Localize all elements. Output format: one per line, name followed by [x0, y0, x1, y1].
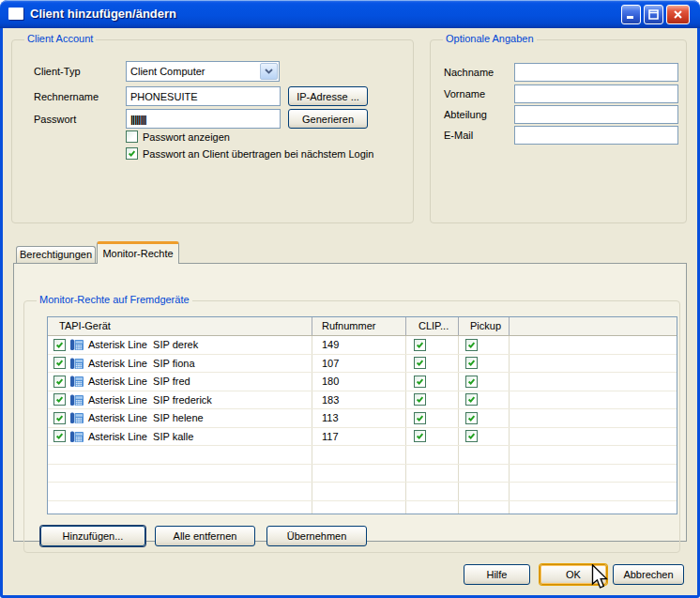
email-label: E-Mail [444, 130, 473, 141]
pickup-checkbox[interactable] [465, 376, 478, 388]
nachname-input[interactable] [514, 63, 678, 82]
passwort-label: Passwort [34, 114, 76, 125]
table-row[interactable]: Asterisk Line SIP kalle 117 [48, 428, 677, 447]
close-icon [673, 9, 683, 20]
ok-button-label: OK [566, 569, 581, 580]
device-name: Asterisk Line SIP fiona [88, 358, 195, 369]
abteilung-input[interactable] [514, 105, 678, 124]
pickup-checkbox[interactable] [465, 339, 478, 351]
clip-checkbox[interactable] [414, 393, 426, 406]
client-typ-select[interactable]: Client Computer [126, 61, 280, 82]
table-row[interactable]: Asterisk Line SIP fiona 107 [48, 355, 677, 374]
row-monitor-checkbox[interactable] [53, 412, 66, 424]
pickup-checkbox[interactable] [465, 430, 478, 442]
ip-adresse-button-label: IP-Adresse ... [297, 91, 359, 102]
monitor-table[interactable]: TAPI-Gerät Rufnummer CLIP... Pickup [47, 316, 677, 514]
phone-device-icon [69, 356, 84, 371]
tab-berechtigungen[interactable]: Berechtigungen [16, 246, 96, 263]
uebernehmen-button[interactable]: Übernehmen [266, 526, 367, 546]
maximize-button[interactable] [644, 5, 663, 24]
nachname-label: Nachname [444, 67, 494, 78]
row-monitor-checkbox[interactable] [53, 339, 66, 351]
table-empty-row [48, 446, 677, 465]
monitor-rechte-group: Monitor-Rechte auf Fremdgeräte TAPI-Gerä… [23, 300, 680, 553]
row-monitor-checkbox[interactable] [53, 357, 66, 369]
abbrechen-button[interactable]: Abbrechen [613, 564, 684, 585]
pickup-checkbox[interactable] [465, 412, 478, 424]
passwort-uebertragen-checkbox[interactable] [126, 147, 138, 160]
rufnummer-cell: 113 [312, 409, 406, 427]
client-typ-label: Client-Typ [34, 66, 81, 77]
clip-checkbox[interactable] [414, 412, 426, 424]
device-name: Asterisk Line SIP kalle [88, 431, 193, 442]
tab-berechtigungen-label: Berechtigungen [20, 249, 92, 260]
rufnummer-cell: 180 [312, 373, 406, 391]
tab-control: Berechtigungen Monitor-Rechte Monitor-Re… [13, 241, 687, 542]
passwort-anzeigen-row: Passwort anzeigen [126, 130, 230, 143]
ok-button[interactable]: OK [540, 564, 607, 585]
alle-entfernen-button-label: Alle entfernen [174, 530, 237, 542]
table-row[interactable]: Asterisk Line SIP fred 180 [48, 373, 677, 391]
table-empty-row [48, 483, 677, 501]
window-title: Client hinzufügen/ändern [30, 0, 176, 27]
hinzufuegen-button-label: Hinzufügen... [63, 530, 124, 542]
column-header-rufnummer[interactable]: Rufnummer [312, 317, 406, 335]
pickup-checkbox[interactable] [465, 357, 478, 369]
clip-checkbox[interactable] [414, 376, 426, 388]
hilfe-button-label: Hilfe [486, 569, 507, 580]
rufnummer-cell: 107 [312, 355, 406, 373]
phone-device-icon [69, 337, 84, 352]
column-header-filler [510, 317, 677, 335]
client-account-legend: Client Account [24, 33, 96, 44]
email-input[interactable] [514, 126, 678, 145]
phone-device-icon [69, 392, 84, 407]
minimize-button[interactable] [621, 5, 641, 24]
table-empty-row [48, 465, 677, 483]
row-monitor-checkbox[interactable] [53, 376, 66, 388]
passwort-anzeigen-checkbox[interactable] [126, 130, 138, 143]
optionale-angaben-group: Optionale Angaben Nachname Vorname Abtei… [430, 39, 687, 223]
abteilung-label: Abteilung [444, 109, 487, 120]
hinzufuegen-button[interactable]: Hinzufügen... [40, 526, 145, 546]
monitor-rechte-tab-panel: Monitor-Rechte auf Fremdgeräte TAPI-Gerä… [13, 263, 687, 542]
clip-checkbox[interactable] [414, 357, 426, 369]
device-name: Asterisk Line SIP fred [88, 376, 190, 387]
tab-monitor-rechte-label: Monitor-Rechte [102, 248, 173, 259]
column-header-tapi-geraet[interactable]: TAPI-Gerät [48, 317, 312, 335]
pickup-checkbox[interactable] [465, 393, 478, 406]
table-header: TAPI-Gerät Rufnummer CLIP... Pickup [48, 317, 677, 336]
column-header-pickup[interactable]: Pickup [459, 317, 510, 335]
phone-device-icon [69, 410, 84, 425]
clip-checkbox[interactable] [414, 430, 426, 442]
hilfe-button[interactable]: Hilfe [464, 564, 530, 585]
generieren-button[interactable]: Generieren [288, 109, 368, 129]
optionale-angaben-legend: Optionale Angaben [443, 33, 537, 44]
passwort-uebertragen-label: Passwort an Client übertragen bei nächst… [143, 148, 373, 160]
titlebar[interactable]: Client hinzufügen/ändern [0, 0, 700, 28]
vorname-input[interactable] [514, 84, 678, 103]
row-monitor-checkbox[interactable] [53, 430, 66, 442]
alle-entfernen-button[interactable]: Alle entfernen [155, 526, 255, 546]
row-monitor-checkbox[interactable] [53, 393, 66, 406]
abbrechen-button-label: Abbrechen [623, 569, 673, 580]
client-typ-selected-value: Client Computer [127, 66, 259, 77]
column-header-clip[interactable]: CLIP... [406, 317, 459, 335]
dropdown-button[interactable] [260, 63, 278, 80]
generieren-button-label: Generieren [302, 114, 354, 125]
table-row[interactable]: Asterisk Line SIP frederick 183 [48, 391, 677, 410]
rechnername-label: Rechnername [34, 91, 99, 102]
maximize-icon [648, 9, 659, 20]
rufnummer-cell: 117 [312, 428, 406, 446]
rechnername-input[interactable] [126, 86, 281, 106]
table-empty-row [48, 501, 677, 515]
ip-adresse-button[interactable]: IP-Adresse ... [288, 86, 368, 106]
passwort-uebertragen-row: Passwort an Client übertragen bei nächst… [126, 147, 373, 160]
close-button[interactable] [666, 5, 690, 24]
table-body: Asterisk Line SIP derek 149 [48, 336, 677, 514]
clip-checkbox[interactable] [414, 339, 426, 351]
table-row[interactable]: Asterisk Line SIP helene 113 [48, 409, 677, 428]
passwort-input[interactable] [126, 109, 281, 129]
tab-monitor-rechte[interactable]: Monitor-Rechte [97, 241, 179, 264]
table-row[interactable]: Asterisk Line SIP derek 149 [48, 336, 677, 355]
client-account-group: Client Account Client-Typ Client Compute… [11, 39, 414, 223]
